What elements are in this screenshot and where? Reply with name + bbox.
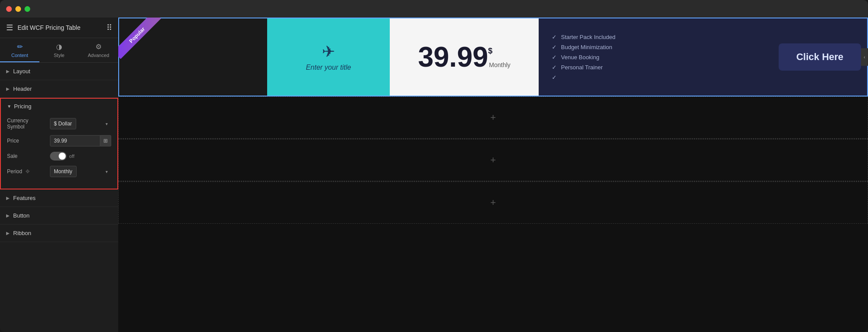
empty-section-2[interactable]: +: [118, 139, 868, 181]
layout-section-header[interactable]: ▶ Layout: [0, 63, 118, 80]
feature-item-4: ✓ Personal Trainer: [552, 64, 759, 71]
header-section: ▶ Header: [0, 80, 118, 98]
tab-advanced[interactable]: ⚙ Advanced: [79, 38, 118, 62]
header-arrow-icon: ▶: [6, 86, 10, 91]
layout-arrow-icon: ▶: [6, 69, 10, 74]
price-display: 39.99 $ Monthly: [418, 43, 510, 71]
content-icon: ✏: [17, 43, 23, 51]
style-icon: ◑: [56, 43, 62, 51]
sale-label: Sale: [7, 153, 46, 159]
check-icon-5: ✓: [552, 74, 557, 81]
card-features: ✓ Starter Pack Included ✓ Budget Minimiz…: [539, 18, 772, 96]
empty-section-3[interactable]: +: [118, 182, 868, 224]
pricing-label: Pricing: [14, 103, 32, 110]
price-label: Price: [7, 138, 46, 144]
grid-icon[interactable]: ⠿: [106, 23, 112, 32]
currency-symbol-select-wrapper: $ Dollar: [50, 118, 111, 129]
ribbon-label: Ribbon: [13, 230, 31, 236]
advanced-icon: ⚙: [95, 43, 102, 51]
features-arrow-icon: ▶: [6, 196, 10, 200]
ribbon-section: ▶ Ribbon: [0, 225, 118, 242]
header-label: Header: [13, 86, 32, 92]
sidebar-tabs: ✏ Content ◑ Style ⚙ Advanced: [0, 38, 118, 63]
button-section: ▶ Button: [0, 207, 118, 225]
feature-text-2: Budget Minimization: [561, 44, 612, 50]
price-period: Monthly: [489, 61, 511, 68]
button-arrow-icon: ▶: [6, 213, 10, 218]
price-edit-btn[interactable]: ⊞: [100, 135, 111, 146]
tab-content-label: Content: [11, 53, 28, 58]
currency-symbol-select[interactable]: $ Dollar: [50, 118, 76, 129]
period-label: Period ✥: [7, 168, 46, 175]
sidebar-title: Edit WCF Pricing Table: [18, 24, 102, 31]
check-icon-3: ✓: [552, 54, 557, 61]
price-input-wrapper: ⊞: [50, 135, 111, 146]
period-select[interactable]: Monthly: [50, 166, 77, 177]
click-here-button[interactable]: Click Here: [779, 43, 861, 71]
feature-text-1: Starter Pack Included: [561, 34, 615, 40]
sale-toggle-label: off: [69, 154, 74, 159]
sidebar-topbar: ☰ Edit WCF Pricing Table ⠿: [0, 18, 118, 38]
price-currency: $: [488, 46, 511, 56]
main-content: Popular ✈ Enter your title 39.99 $: [118, 18, 868, 332]
toggle-knob: [59, 153, 66, 160]
layout-section: ▶ Layout: [0, 63, 118, 80]
hamburger-icon[interactable]: ☰: [6, 23, 13, 32]
sale-row: Sale off: [7, 152, 111, 161]
add-icon-2: +: [490, 154, 496, 166]
empty-section-1[interactable]: +: [118, 96, 868, 139]
tab-advanced-label: Advanced: [88, 53, 109, 58]
button-section-header[interactable]: ▶ Button: [0, 207, 118, 224]
pricing-arrow-icon: ▼: [7, 104, 11, 109]
ribbon-text: Popular: [118, 18, 161, 59]
features-section: ▶ Features: [0, 189, 118, 207]
pricing-card: Popular ✈ Enter your title 39.99 $: [118, 18, 868, 96]
price-value: 39.99: [418, 41, 488, 73]
pricing-section-header[interactable]: ▼ Pricing: [1, 99, 117, 114]
plane-icon: ✈: [322, 43, 335, 61]
period-row: Period ✥ Monthly: [7, 166, 111, 177]
card-button-area: Click Here: [772, 18, 868, 96]
feature-item-2: ✓ Budget Minimization: [552, 44, 759, 50]
app-wrapper: ☰ Edit WCF Pricing Table ⠿ ✏ Content ◑ S…: [0, 18, 868, 332]
card-center: ✈ Enter your title: [267, 18, 390, 96]
sidebar: ☰ Edit WCF Pricing Table ⠿ ✏ Content ◑ S…: [0, 18, 118, 332]
feature-item-3: ✓ Venue Booking: [552, 54, 759, 61]
period-select-wrapper: Monthly: [50, 166, 111, 177]
pricing-section: ▼ Pricing Currency Symbol $ Dollar Price: [0, 98, 118, 189]
feature-item-5: ✓: [552, 74, 759, 81]
tab-style-label: Style: [54, 53, 64, 58]
tab-content[interactable]: ✏ Content: [0, 38, 39, 62]
sale-toggle[interactable]: [50, 152, 67, 161]
add-icon-1: +: [490, 112, 496, 123]
add-icon-3: +: [490, 197, 496, 208]
features-label: Features: [13, 195, 35, 201]
collapse-handle[interactable]: ‹: [861, 48, 868, 66]
check-icon-4: ✓: [552, 64, 557, 71]
price-row: Price ⊞: [7, 135, 111, 146]
feature-text-3: Venue Booking: [561, 54, 599, 61]
card-left: Popular: [118, 18, 267, 96]
check-icon-2: ✓: [552, 44, 557, 50]
minimize-button[interactable]: [15, 6, 21, 12]
currency-symbol-label: Currency Symbol: [7, 118, 46, 130]
header-section-header[interactable]: ▶ Header: [0, 80, 118, 97]
feature-text-4: Personal Trainer: [561, 64, 603, 71]
period-drag-handle[interactable]: ✥: [25, 168, 30, 175]
titlebar: [0, 0, 868, 18]
ribbon-wrapper: Popular: [118, 18, 162, 61]
price-input[interactable]: [50, 135, 100, 146]
currency-symbol-row: Currency Symbol $ Dollar: [7, 118, 111, 130]
close-button[interactable]: [6, 6, 12, 12]
maximize-button[interactable]: [25, 6, 30, 12]
price-amount: 39.99: [418, 43, 488, 71]
check-icon-1: ✓: [552, 34, 557, 40]
ribbon-arrow-icon: ▶: [6, 231, 10, 236]
tab-style[interactable]: ◑ Style: [39, 38, 79, 62]
card-price-section: 39.99 $ Monthly: [390, 18, 539, 96]
pricing-content: Currency Symbol $ Dollar Price ⊞: [1, 114, 117, 189]
feature-item-1: ✓ Starter Pack Included: [552, 34, 759, 40]
preview-area: Popular ✈ Enter your title 39.99 $: [118, 18, 868, 96]
ribbon-section-header[interactable]: ▶ Ribbon: [0, 225, 118, 242]
features-section-header[interactable]: ▶ Features: [0, 189, 118, 207]
